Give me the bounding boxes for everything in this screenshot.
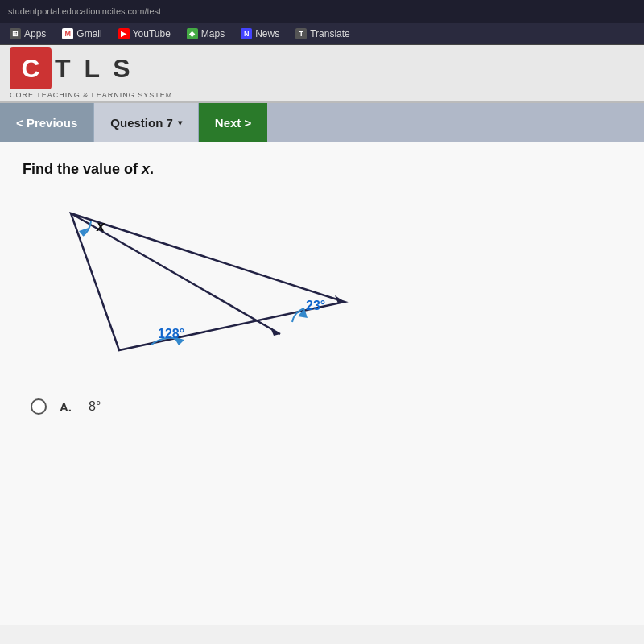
maps-icon: ◆	[187, 28, 198, 39]
answer-option-a: A. 8°	[31, 398, 613, 415]
bookmark-gmail[interactable]: M Gmail	[59, 27, 105, 41]
youtube-label: YouTube	[133, 28, 171, 39]
angle-128-label: 128°	[158, 327, 184, 341]
quiz-content: Find the value of x.	[0, 142, 644, 625]
translate-icon: T	[295, 28, 307, 39]
bookmark-translate[interactable]: T Translate	[292, 27, 353, 41]
news-icon: N	[241, 28, 252, 39]
next-label: Next >	[215, 116, 251, 130]
question-dropdown[interactable]: Question 7 ▾	[94, 103, 199, 142]
diagram-container: x 23° 128°	[39, 197, 377, 374]
logo-tls: T L S	[55, 54, 134, 84]
svg-marker-0	[71, 213, 345, 350]
previous-label: < Previous	[16, 116, 77, 130]
apps-icon: ⊞	[10, 28, 21, 39]
translate-label: Translate	[310, 28, 350, 39]
svg-marker-2	[270, 328, 280, 336]
bookmarks-bar: ⊞ Apps M Gmail ▶ YouTube ◆ Maps N News T…	[0, 23, 644, 45]
ctls-logo-wrapper: C T L S CORE TEACHING & LEARNING SYSTEM	[10, 47, 172, 99]
news-label: News	[255, 28, 279, 39]
apps-label: Apps	[24, 28, 46, 39]
chevron-down-icon: ▾	[178, 118, 182, 127]
question-label: Question 7	[110, 116, 173, 130]
bookmark-news[interactable]: N News	[237, 27, 283, 41]
bookmark-youtube[interactable]: ▶ YouTube	[115, 27, 174, 41]
previous-button[interactable]: < Previous	[0, 103, 94, 142]
ctls-subtitle: CORE TEACHING & LEARNING SYSTEM	[10, 91, 172, 99]
answer-value-a: 8°	[89, 399, 101, 414]
logo-c: C	[10, 47, 52, 89]
answer-section: A. 8°	[23, 398, 621, 415]
angle-x-label: x	[96, 218, 105, 234]
angle-23-label: 23°	[306, 299, 325, 312]
gmail-label: Gmail	[76, 28, 101, 39]
address-bar: studentportal.educationincites.com/test	[0, 0, 644, 23]
logo-row: C T L S	[10, 47, 172, 89]
triangle-diagram: x 23° 128°	[39, 197, 377, 374]
radio-a[interactable]	[31, 398, 47, 415]
youtube-icon: ▶	[118, 28, 130, 39]
page-content: C T L S CORE TEACHING & LEARNING SYSTEM …	[0, 45, 644, 644]
gmail-icon: M	[62, 28, 73, 39]
browser-chrome: studentportal.educationincites.com/test …	[0, 0, 644, 45]
bookmark-apps[interactable]: ⊞ Apps	[6, 27, 49, 41]
bookmark-maps[interactable]: ◆ Maps	[184, 27, 228, 41]
ctls-header: C T L S CORE TEACHING & LEARNING SYSTEM	[0, 45, 644, 103]
answer-label-a: A.	[60, 400, 76, 414]
maps-label: Maps	[201, 28, 225, 39]
question-text: Find the value of x.	[23, 161, 621, 178]
address-text: studentportal.educationincites.com/test	[8, 6, 161, 16]
navigation-bar: < Previous Question 7 ▾ Next >	[0, 103, 644, 142]
next-button[interactable]: Next >	[199, 103, 267, 142]
